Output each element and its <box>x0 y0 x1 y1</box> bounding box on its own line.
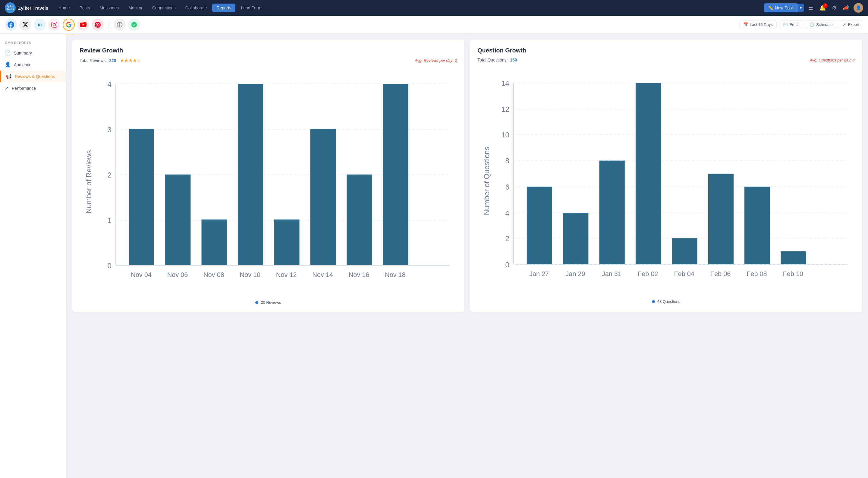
bar-nov18 <box>383 84 408 265</box>
bar-nov10 <box>238 84 263 265</box>
question-chart-legend: 48 Questions <box>477 299 855 304</box>
sidebar-section-label: GMB REPORTS <box>0 39 66 47</box>
svg-text:14: 14 <box>501 79 509 87</box>
instagram-icon[interactable] <box>48 19 60 31</box>
bar-nov04 <box>129 129 154 265</box>
svg-text:Feb 06: Feb 06 <box>710 270 731 278</box>
youtube-icon[interactable] <box>77 19 89 31</box>
nav-connections[interactable]: Connections <box>148 4 180 12</box>
svg-text:1: 1 <box>107 216 112 225</box>
svg-text:Feb 02: Feb 02 <box>638 270 658 278</box>
new-post-dropdown-button[interactable]: ▾ <box>797 4 804 12</box>
bar-feb10 <box>781 251 806 264</box>
svg-text:Nov 14: Nov 14 <box>312 271 333 279</box>
sidebar-item-performance[interactable]: ↗ Performance <box>0 82 66 94</box>
svg-text:Feb 10: Feb 10 <box>783 270 803 278</box>
bar-jan31 <box>599 161 624 264</box>
social-divider <box>108 20 109 29</box>
svg-text:Jan 31: Jan 31 <box>602 270 621 278</box>
svg-text:6: 6 <box>505 183 509 191</box>
svg-text:Nov 12: Nov 12 <box>276 271 297 279</box>
settings-button[interactable]: ⚙ <box>830 3 838 12</box>
sidebar-item-reviews-questions[interactable]: 📢 Reviews & Questions <box>0 70 66 82</box>
svg-text:8: 8 <box>505 157 509 165</box>
sidebar-item-summary[interactable]: 📄 Summary <box>0 47 66 59</box>
review-growth-meta: Total Reviews: 220 ★★★★☆ Avg. Reviews pe… <box>80 58 457 63</box>
export-button[interactable]: ↗ Export <box>839 20 863 29</box>
google-icon[interactable] <box>63 19 75 31</box>
svg-point-0 <box>131 22 137 27</box>
bar-nov14 <box>310 129 336 265</box>
svg-text:0: 0 <box>107 262 112 270</box>
new-post-button[interactable]: ✏️ New Post <box>764 3 797 12</box>
bar-jan29 <box>563 213 588 264</box>
sidebar: GMB REPORTS 📄 Summary 👤 Audience 📢 Revie… <box>0 34 66 478</box>
pinterest-icon[interactable] <box>92 19 104 31</box>
question-growth-chart: Number of Questions <box>477 68 855 294</box>
top-navigation: ZylkerTravel Zylker Travels Home Posts M… <box>0 0 868 16</box>
svg-text:Nov 16: Nov 16 <box>349 271 370 279</box>
clock-icon: 🕐 <box>809 22 814 27</box>
svg-text:10: 10 <box>501 131 509 139</box>
export-icon: ↗ <box>843 22 846 27</box>
legend-dot <box>255 301 258 304</box>
nav-messages[interactable]: Messages <box>95 4 123 12</box>
bar-feb06 <box>708 173 734 264</box>
charts-grid: Review Growth Total Reviews: 220 ★★★★☆ A… <box>72 40 862 312</box>
svg-text:4: 4 <box>505 209 509 217</box>
bar-jan27 <box>527 187 552 264</box>
sidebar-item-audience[interactable]: 👤 Audience <box>0 59 66 70</box>
review-growth-card: Review Growth Total Reviews: 220 ★★★★☆ A… <box>72 40 464 312</box>
svg-text:Jan 29: Jan 29 <box>566 270 585 278</box>
review-growth-chart: Number of Reviews 0 1 2 3 <box>80 69 457 295</box>
megaphone-button[interactable]: 📣 <box>841 3 851 12</box>
svg-text:Nov 10: Nov 10 <box>240 271 260 279</box>
twitter-x-icon[interactable] <box>19 19 31 31</box>
user-avatar[interactable]: 👤 <box>854 3 863 13</box>
hamburger-button[interactable]: ☰ <box>807 3 815 12</box>
total-questions-value: 150 <box>510 58 517 62</box>
nav-home[interactable]: Home <box>54 4 74 12</box>
bar-feb08 <box>744 187 770 264</box>
nav-lead-forms[interactable]: Lead Forms <box>237 4 268 12</box>
bar-feb04 <box>672 238 697 264</box>
main-layout: GMB REPORTS 📄 Summary 👤 Audience 📢 Revie… <box>0 34 868 478</box>
email-icon: ✉️ <box>783 22 788 27</box>
review-growth-title: Review Growth <box>80 47 457 54</box>
nav-collaborate[interactable]: Collaborate <box>181 4 211 12</box>
svg-text:Nov 08: Nov 08 <box>204 271 224 279</box>
avg-questions-label: Avg. Questions per day: 4 <box>810 58 855 62</box>
review-chart-legend: 20 Reviews <box>80 300 457 305</box>
question-growth-card: Question Growth Total Questions: 150 Avg… <box>470 40 862 312</box>
email-button[interactable]: ✉️ Email <box>779 20 804 29</box>
facebook-icon[interactable] <box>5 19 17 31</box>
performance-icon: ↗ <box>5 85 9 91</box>
bar-nov08 <box>201 219 227 265</box>
schedule-button[interactable]: 🕐 Schedule <box>806 20 836 29</box>
linkedin-icon[interactable]: in <box>34 19 46 31</box>
svg-text:Jan 27: Jan 27 <box>529 270 549 278</box>
social-extra-2[interactable] <box>128 19 140 31</box>
svg-text:12: 12 <box>501 105 509 113</box>
svg-text:Nov 04: Nov 04 <box>131 271 152 279</box>
svg-text:Feb 08: Feb 08 <box>747 270 767 278</box>
date-range-button[interactable]: 📅 Last 15 Days <box>739 20 777 29</box>
nav-reports[interactable]: Reports <box>212 4 236 12</box>
svg-text:Number of Reviews: Number of Reviews <box>85 150 93 213</box>
main-content: Review Growth Total Reviews: 220 ★★★★☆ A… <box>66 34 868 478</box>
social-platform-bar: in 📅 Last 15 Days ✉️ Email 🕐 Schedule <box>0 16 868 34</box>
bar-feb02 <box>636 83 661 264</box>
nav-posts[interactable]: Posts <box>75 4 94 12</box>
svg-text:Feb 04: Feb 04 <box>674 270 694 278</box>
review-chart-svg: Number of Reviews 0 1 2 3 <box>80 69 457 294</box>
brand-logo-area[interactable]: ZylkerTravel Zylker Travels <box>5 2 48 13</box>
svg-text:4: 4 <box>107 80 112 88</box>
svg-text:Number of Questions: Number of Questions <box>483 147 491 215</box>
social-extra-1[interactable] <box>114 19 126 31</box>
svg-text:2: 2 <box>505 234 509 243</box>
svg-text:Nov 18: Nov 18 <box>385 271 406 279</box>
nav-monitor[interactable]: Monitor <box>124 4 147 12</box>
star-rating: ★★★★☆ <box>120 58 141 63</box>
calendar-icon: 📅 <box>743 22 748 27</box>
notifications-button[interactable]: 🔔 2 <box>817 3 828 12</box>
